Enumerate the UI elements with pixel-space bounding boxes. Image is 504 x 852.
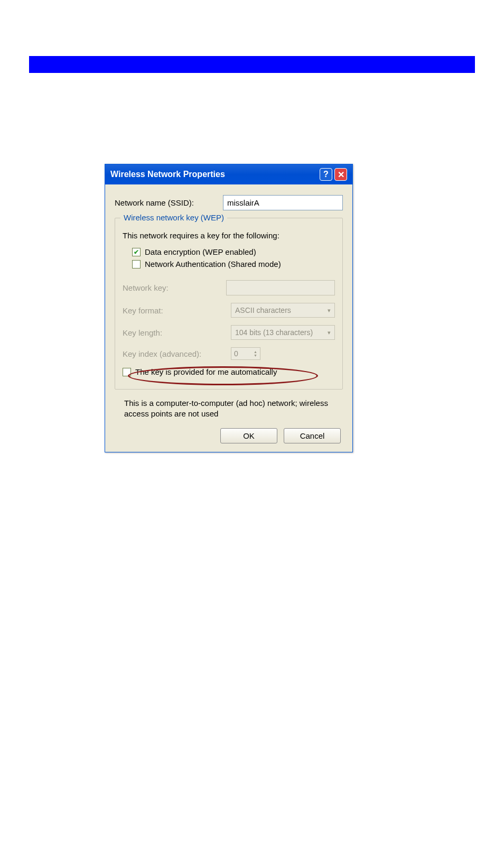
wep-group: Wireless network key (WEP) This network … (115, 218, 343, 390)
key-format-value: ASCII characters (235, 306, 291, 314)
wep-enabled-checkbox[interactable]: ✔ (132, 248, 141, 256)
spinner-up-icon: ▲ (254, 350, 257, 354)
auto-key-label: The key is provided for me automatically (135, 367, 277, 376)
ok-button[interactable]: OK (220, 428, 277, 443)
page-header-bar (29, 56, 475, 73)
wep-enabled-label: Data encryption (WEP enabled) (145, 247, 256, 256)
shared-auth-checkbox[interactable] (132, 260, 141, 268)
help-icon[interactable]: ? (320, 168, 332, 181)
dialog-title: Wireless Network Properties (110, 170, 225, 179)
key-index-spinner: 0 ▲ ▼ (231, 347, 260, 360)
dialog-titlebar[interactable]: Wireless Network Properties ? ✕ (105, 164, 352, 184)
key-format-select: ASCII characters ▾ (231, 303, 335, 318)
key-index-value: 0 (234, 349, 238, 358)
chevron-down-icon: ▾ (328, 329, 331, 336)
wireless-network-properties-dialog: Wireless Network Properties ? ✕ Network … (105, 164, 353, 452)
dialog-body: Network name (SSID): Wireless network ke… (105, 184, 352, 452)
key-format-label: Key format: (123, 306, 231, 315)
wep-enabled-checkbox-row[interactable]: ✔ Data encryption (WEP enabled) (132, 247, 335, 256)
key-length-label: Key length: (123, 328, 231, 337)
ssid-input[interactable] (223, 195, 343, 210)
key-length-value: 104 bits (13 characters) (235, 328, 313, 337)
adhoc-description: This is a computer-to-computer (ad hoc) … (124, 398, 343, 420)
shared-auth-label: Network Authentication (Shared mode) (145, 260, 281, 268)
network-key-input (226, 280, 335, 295)
key-length-select: 104 bits (13 characters) ▾ (231, 325, 335, 340)
chevron-down-icon: ▾ (328, 307, 331, 314)
wep-group-title: Wireless network key (WEP) (120, 213, 227, 222)
auto-key-checkbox[interactable] (123, 368, 131, 376)
spinner-down-icon: ▼ (254, 354, 257, 357)
requires-text: This network requires a key for the foll… (123, 231, 335, 240)
close-icon[interactable]: ✕ (334, 168, 347, 181)
ssid-label: Network name (SSID): (115, 198, 223, 207)
auto-key-checkbox-row[interactable]: The key is provided for me automatically (123, 367, 335, 376)
network-key-label: Network key: (123, 283, 226, 292)
key-index-label: Key index (advanced): (123, 349, 231, 358)
shared-auth-checkbox-row[interactable]: Network Authentication (Shared mode) (132, 260, 335, 268)
cancel-button[interactable]: Cancel (284, 428, 341, 443)
